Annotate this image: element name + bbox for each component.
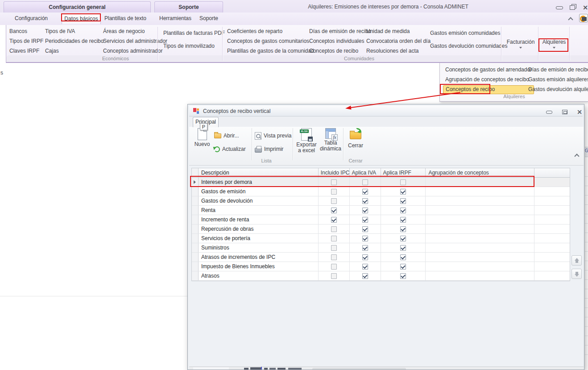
menu-item[interactable]: Conceptos de recibo — [443, 85, 534, 94]
checkbox-incluido-ipc[interactable] — [331, 208, 337, 213]
tab-datos-basicos[interactable]: Datos básicos — [62, 13, 101, 24]
checkbox-aplica-irpf[interactable] — [400, 226, 406, 232]
checkbox-incluido-ipc[interactable] — [331, 273, 337, 279]
checkbox-incluido-ipc[interactable] — [331, 245, 337, 251]
table-row[interactable]: Servicios de portería — [192, 234, 570, 243]
exportar-excel-button[interactable]: XLSX Exportara excel — [295, 128, 318, 154]
checkbox-aplica-iva[interactable] — [362, 208, 368, 213]
contextual-tab-group-configuracion[interactable]: Configuración general — [4, 1, 151, 12]
checkbox-incluido-ipc[interactable] — [331, 226, 337, 232]
checkbox-aplica-irpf[interactable] — [400, 236, 406, 241]
checkbox-aplica-irpf[interactable] — [400, 198, 406, 204]
checkbox-aplica-iva[interactable] — [362, 236, 368, 241]
child-maximize-button[interactable] — [559, 108, 570, 116]
ribbon-item[interactable]: Tipos de IRPF — [9, 37, 43, 47]
table-row[interactable]: Suministros — [192, 243, 570, 253]
table-row[interactable]: Incremento de renta — [192, 215, 570, 224]
checkbox-incluido-ipc[interactable] — [331, 198, 337, 204]
tab-herramientas[interactable]: Herramientas — [157, 13, 194, 24]
collapse-toolbar-button[interactable] — [573, 152, 581, 160]
checkbox-aplica-iva[interactable] — [362, 198, 368, 204]
column-header-aplica-irpf[interactable]: Aplica IRPF — [381, 168, 426, 177]
column-header-aplica-iva[interactable]: Aplica IVA — [350, 168, 381, 177]
checkbox-aplica-irpf[interactable] — [400, 273, 406, 279]
nuevo-button[interactable]: Nuevo — [192, 128, 212, 147]
checkbox-aplica-iva[interactable] — [362, 264, 368, 270]
checkbox-incluido-ipc[interactable] — [331, 179, 337, 185]
checkbox-incluido-ipc[interactable] — [331, 217, 337, 223]
column-header-agrupacion[interactable]: Agrupación de conceptos — [426, 168, 534, 177]
checkbox-aplica-irpf[interactable] — [400, 217, 406, 223]
checkbox-aplica-irpf[interactable] — [400, 264, 406, 270]
table-row[interactable]: Atrasos — [192, 271, 570, 281]
tabla-dinamica-button[interactable]: fx Tabladinámica — [319, 128, 342, 152]
checkbox-incluido-ipc[interactable] — [331, 254, 337, 260]
table-row[interactable]: Renta — [192, 206, 570, 215]
ribbon-item[interactable]: Gastos emisión comunidades — [430, 29, 507, 42]
contextual-tab-group-soporte[interactable]: Soporte — [154, 1, 223, 12]
checkbox-incluido-ipc[interactable] — [331, 236, 337, 241]
checkbox-aplica-irpf[interactable] — [400, 189, 406, 195]
table-row[interactable]: Gastos de emisión — [192, 187, 570, 196]
ribbon-item[interactable]: Conceptos individuales — [309, 37, 371, 47]
ribbon-item[interactable]: Bancos — [9, 28, 43, 37]
checkbox-aplica-irpf[interactable] — [400, 254, 406, 260]
child-close-button[interactable]: ✕ — [574, 108, 584, 116]
checkbox-aplica-iva[interactable] — [362, 273, 368, 279]
checkbox-aplica-irpf[interactable] — [400, 245, 406, 251]
checkbox-incluido-ipc[interactable] — [331, 189, 337, 195]
restore-button[interactable] — [567, 4, 577, 12]
checkbox-aplica-iva[interactable] — [362, 254, 368, 260]
column-header-incluido-ipc[interactable]: Incluido IPC — [319, 168, 350, 177]
checkbox-aplica-iva[interactable] — [362, 189, 368, 195]
imprimir-button[interactable]: Imprimir — [255, 144, 283, 154]
ribbon-item[interactable]: Claves IRPF — [9, 47, 43, 57]
checkbox-aplica-iva[interactable] — [362, 217, 368, 223]
child-minimize-button[interactable] — [544, 108, 555, 116]
ribbon-item[interactable]: Conceptos de gastos comunitarios — [227, 37, 314, 47]
abrir-button[interactable]: Abrir... — [214, 131, 239, 141]
checkbox-aplica-iva[interactable] — [362, 179, 368, 185]
table-row[interactable]: Intereses por demora — [192, 178, 570, 187]
app-help-icon[interactable] — [579, 14, 588, 22]
ribbon-item[interactable]: Días de emisión de recibo — [309, 28, 371, 37]
ribbon-item[interactable]: Periodicidades de recibo — [45, 37, 104, 47]
alquileres-dropdown-button[interactable]: Alquileres — [540, 28, 568, 60]
facturacion-dropdown-button[interactable]: Facturación — [504, 28, 538, 60]
actualizar-button[interactable]: Actualizar — [214, 144, 246, 154]
ribbon-item[interactable]: Plantillas de gastos de la comunidad — [227, 47, 314, 57]
collapse-ribbon-button[interactable] — [566, 15, 576, 23]
menu-item[interactable]: Gastos devolución alquileres — [526, 85, 588, 95]
ribbon-item[interactable]: Plantillas de facturas PDF — [163, 29, 225, 42]
table-row[interactable]: Impuesto de Bienes Inmuebles — [192, 262, 570, 271]
close-button[interactable]: ✕ — [580, 4, 588, 12]
move-row-down-button[interactable] — [571, 269, 582, 279]
table-row[interactable]: Atrasos de incrementos de IPC — [192, 253, 570, 262]
table-row[interactable]: Gastos de devolución — [192, 196, 570, 206]
checkbox-aplica-iva[interactable] — [362, 226, 368, 232]
column-header-descripcion[interactable]: Descripción — [199, 168, 319, 177]
checkbox-incluido-ipc[interactable] — [331, 264, 337, 270]
checkbox-aplica-irpf[interactable] — [400, 179, 406, 185]
tab-configuracion-general[interactable]: Configuración general — [6, 13, 56, 24]
ribbon-item[interactable]: Tipos de inmovilizado — [163, 42, 225, 55]
checkbox-aplica-irpf[interactable] — [400, 208, 406, 213]
menu-item[interactable]: Días de emisión de recibo — [526, 65, 588, 75]
menu-item[interactable]: Conceptos de gastos del arrendador — [443, 65, 534, 75]
ribbon-item[interactable]: Coeficientes de reparto — [227, 28, 314, 37]
ribbon-item[interactable]: Unidad de medida — [366, 28, 431, 37]
tab-plantillas-de-texto[interactable]: Plantillas de texto — [103, 13, 148, 24]
ribbon-item[interactable]: Tipos de IVA — [45, 28, 104, 37]
cerrar-button[interactable]: Cerrar — [345, 128, 366, 149]
child-window-titlebar[interactable]: Conceptos de recibo vertical ✕ — [189, 106, 583, 116]
vista-previa-button[interactable]: Vista previa — [255, 131, 291, 141]
move-row-up-button[interactable] — [571, 255, 582, 266]
tab-soporte[interactable]: Soporte — [195, 13, 222, 24]
menu-item[interactable]: Agrupación de conceptos de recibo — [443, 75, 534, 85]
minimize-button[interactable] — [555, 4, 564, 12]
checkbox-aplica-iva[interactable] — [362, 245, 368, 251]
ribbon-item[interactable]: Convocatoria orden del día — [366, 37, 431, 47]
ribbon-item[interactable]: Gastos devolución comunidades — [430, 42, 507, 55]
menu-item[interactable]: Gastos emisión alquileres — [526, 75, 588, 85]
table-row[interactable]: Repercusión de obras — [192, 224, 570, 234]
